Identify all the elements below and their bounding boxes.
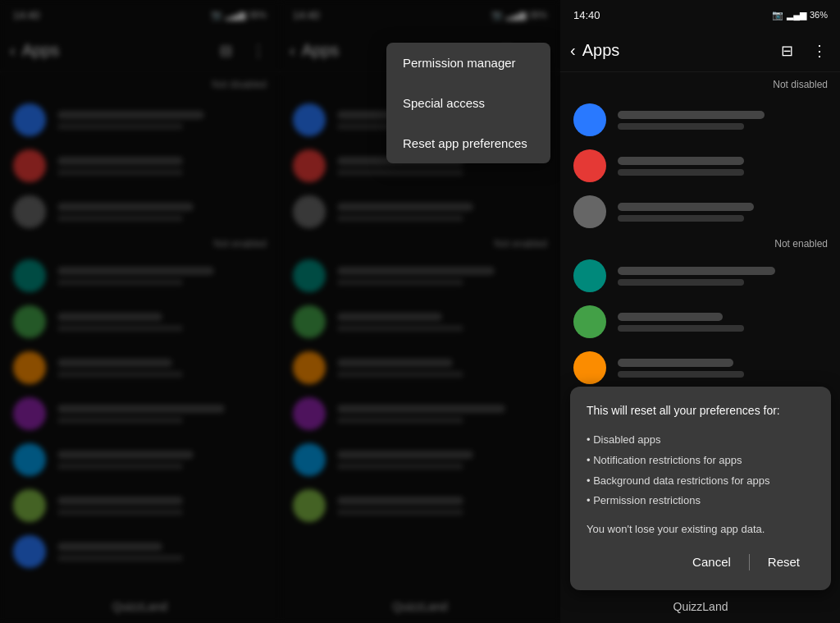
reset-button[interactable]: Reset xyxy=(753,550,815,574)
list-item xyxy=(560,189,840,235)
app-icon xyxy=(573,259,606,292)
filter-icon-3[interactable]: ⊟ xyxy=(775,39,798,62)
app-icon xyxy=(573,195,606,228)
app-sub xyxy=(618,169,744,176)
app-info xyxy=(618,313,828,332)
app-sub xyxy=(618,371,744,378)
app-sub xyxy=(618,325,744,332)
list-item xyxy=(560,345,840,391)
app-name xyxy=(618,157,744,165)
panel-3: 14:40 📷 ▂▄▆ 36% ‹ Apps ⊟ ⋮ Not disabled … xyxy=(560,0,840,623)
dialog-actions: Cancel Reset xyxy=(587,550,815,574)
reset-dialog: This will reset all your preferences for… xyxy=(570,387,831,590)
status-time-3: 14:40 xyxy=(573,9,600,21)
dialog-divider xyxy=(749,554,750,570)
app-bar-icons-3: ⊟ ⋮ xyxy=(775,39,831,62)
app-icon xyxy=(573,305,606,338)
signal-icon-3: ▂▄▆ xyxy=(787,10,806,21)
list-item xyxy=(560,143,840,189)
app-info xyxy=(618,267,828,286)
list-item xyxy=(560,299,840,345)
dropdown-menu: Permission manager Special access Reset … xyxy=(386,43,550,163)
app-name xyxy=(618,267,775,275)
app-info xyxy=(618,111,828,130)
app-info xyxy=(618,203,828,222)
battery-text-3: 36% xyxy=(810,10,828,20)
status-icons-3: 📷 ▂▄▆ 36% xyxy=(772,10,828,21)
blur-overlay-1 xyxy=(0,0,280,623)
dialog-list: • Disabled apps • Notification restricti… xyxy=(587,430,815,511)
bottom-label-3: QuizzLand xyxy=(560,600,840,613)
menu-item-special-access[interactable]: Special access xyxy=(386,83,550,123)
app-name xyxy=(618,313,723,321)
app-name xyxy=(618,203,754,211)
app-icon xyxy=(573,103,606,136)
cancel-button[interactable]: Cancel xyxy=(678,550,746,574)
section-divider-3: Not enabled xyxy=(560,235,840,253)
more-icon-3[interactable]: ⋮ xyxy=(808,39,831,62)
list-item xyxy=(560,97,840,143)
app-sub xyxy=(618,215,744,222)
menu-item-permission-manager[interactable]: Permission manager xyxy=(386,43,550,83)
menu-item-reset-app-preferences[interactable]: Reset app preferences xyxy=(386,123,550,163)
app-name xyxy=(618,111,765,119)
panel-1: 14:40 📷 ▂▄▆ 36% ‹ Apps ⊟ ⋮ Not disabled … xyxy=(0,0,280,623)
dialog-title: This will reset all your preferences for… xyxy=(587,403,815,419)
app-bar-3: ‹ Apps ⊟ ⋮ xyxy=(560,30,840,72)
status-bar-3: 14:40 📷 ▂▄▆ 36% xyxy=(560,0,840,30)
page-title-3: Apps xyxy=(582,41,775,60)
app-name xyxy=(618,359,733,367)
app-info xyxy=(618,157,828,176)
dialog-bullet-4: • Permission restrictions xyxy=(587,491,815,511)
list-item xyxy=(560,253,840,299)
app-info xyxy=(618,359,828,378)
app-sub xyxy=(618,279,744,286)
dialog-bullet-3: • Background data restrictions for apps xyxy=(587,471,815,492)
dialog-bullet-2: • Notification restrictions for apps xyxy=(587,451,815,471)
app-sub xyxy=(618,123,744,130)
app-icon xyxy=(573,149,606,182)
dialog-bullet-1: • Disabled apps xyxy=(587,430,815,451)
section-label-3: Not disabled xyxy=(560,72,840,94)
dialog-note: You won't lose your existing app data. xyxy=(587,523,815,535)
back-button-3[interactable]: ‹ xyxy=(570,41,576,60)
app-icon xyxy=(573,351,606,384)
panel-2: 14:40 📷 ▂▄▆ 36% ‹ Apps ⊟ ⋮ Not disabled … xyxy=(280,0,560,623)
camera-icon-3: 📷 xyxy=(772,10,783,21)
